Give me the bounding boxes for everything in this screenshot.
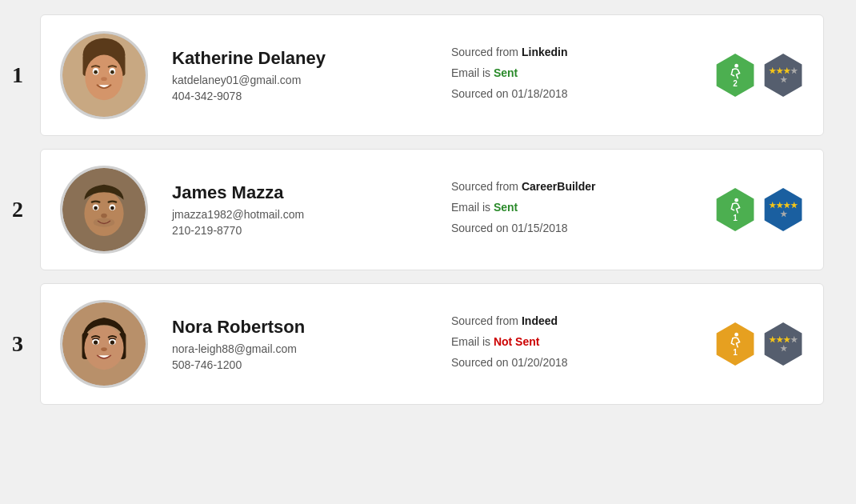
activity-badge[interactable]: 1 xyxy=(714,321,756,367)
avatar xyxy=(60,166,148,254)
candidates-list: 1 xyxy=(0,8,856,411)
rating-badge[interactable]: ★★★ ★★ xyxy=(762,321,804,367)
source-line: Sourced from Linkedin xyxy=(451,44,698,61)
badges: 1 ★★★ ★★ xyxy=(714,321,804,367)
candidate-phone: 404-342-9078 xyxy=(172,90,419,102)
candidate-meta: Sourced from Indeed Email is Not Sent So… xyxy=(451,313,698,375)
row-number: 3 xyxy=(12,331,23,357)
svg-point-27 xyxy=(110,340,114,344)
svg-point-15 xyxy=(94,206,98,210)
svg-point-29 xyxy=(734,332,738,336)
svg-point-12 xyxy=(84,190,123,236)
svg-point-26 xyxy=(94,340,98,344)
source-date-line: Sourced on 01/20/2018 xyxy=(451,354,698,371)
email-status-line: Email is Sent xyxy=(451,65,698,82)
candidate-email: nora-leigh88@gmail.com xyxy=(172,342,419,355)
candidate-row[interactable]: 2 xyxy=(40,149,824,270)
rating-badge[interactable]: ★★★★ ★ xyxy=(762,186,804,233)
candidate-name: Nora Robertson xyxy=(172,317,419,338)
candidate-name: James Mazza xyxy=(172,182,419,203)
svg-point-19 xyxy=(734,198,738,202)
activity-badge[interactable]: 1 xyxy=(714,186,756,233)
candidate-info: Katherine Delaney katdelaney01@gmail.com… xyxy=(172,48,419,102)
email-status-line: Email is Not Sent xyxy=(451,334,698,350)
candidate-meta: Sourced from Linkedin Email is Sent Sour… xyxy=(451,44,698,106)
svg-point-9 xyxy=(101,77,107,81)
svg-point-18 xyxy=(94,218,114,226)
row-number: 1 xyxy=(12,62,23,88)
avatar xyxy=(60,31,148,119)
candidate-email: katdelaney01@gmail.com xyxy=(172,74,419,86)
candidate-phone: 508-746-1200 xyxy=(172,358,419,371)
badges: 2 ★★★ ★★ xyxy=(714,52,804,98)
candidate-row[interactable]: 1 xyxy=(40,14,824,136)
candidate-info: Nora Robertson nora-leigh88@gmail.com 50… xyxy=(172,317,419,371)
source-date-line: Sourced on 01/15/2018 xyxy=(451,220,698,237)
svg-point-17 xyxy=(101,214,107,218)
avatar xyxy=(60,300,148,388)
candidate-row[interactable]: 3 xyxy=(40,283,824,405)
source-line: Sourced from CareerBuilder xyxy=(451,178,698,195)
svg-point-8 xyxy=(110,70,114,74)
rating-badge[interactable]: ★★★ ★★ xyxy=(762,52,804,98)
svg-point-16 xyxy=(110,206,114,210)
source-line: Sourced from Indeed xyxy=(451,313,698,330)
svg-point-7 xyxy=(94,70,98,74)
candidate-phone: 210-219-8770 xyxy=(172,224,419,237)
row-number: 2 xyxy=(12,197,23,222)
email-status-line: Email is Sent xyxy=(451,199,698,216)
svg-point-28 xyxy=(101,347,107,351)
candidate-info: James Mazza jmazza1982@hotmail.com 210-2… xyxy=(172,182,419,237)
badges: 1 ★★★★ ★ xyxy=(714,186,804,233)
activity-badge[interactable]: 2 xyxy=(714,52,756,98)
candidate-name: Katherine Delaney xyxy=(172,48,419,69)
candidate-meta: Sourced from CareerBuilder Email is Sent… xyxy=(451,178,698,241)
source-date-line: Sourced on 01/18/2018 xyxy=(451,86,698,102)
svg-point-10 xyxy=(734,63,738,67)
candidate-email: jmazza1982@hotmail.com xyxy=(172,208,419,221)
